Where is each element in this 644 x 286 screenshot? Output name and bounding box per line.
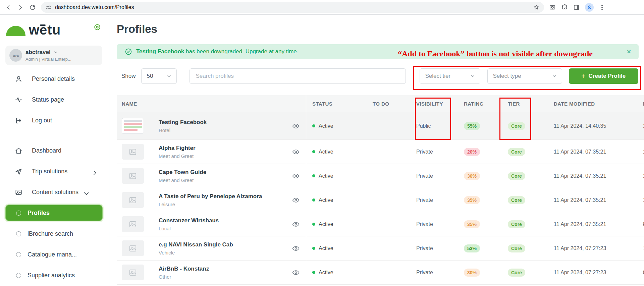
site-settings-icon[interactable] bbox=[46, 4, 52, 10]
bookmark-star-icon[interactable] bbox=[533, 4, 539, 10]
sidebar-item-ibrochure-search[interactable]: iBrochure search bbox=[0, 223, 109, 244]
clipped-cell: 1 bbox=[637, 245, 644, 251]
preview-eye-icon[interactable] bbox=[292, 220, 300, 228]
table-row[interactable]: Constanzer Wirtshaus Local Active Privat… bbox=[117, 212, 644, 236]
chevron-down-icon bbox=[470, 73, 475, 79]
extensions-icon[interactable] bbox=[561, 4, 568, 11]
table-row[interactable]: Cape Town Guide Meet and Greet Active Pr… bbox=[117, 164, 644, 188]
table-row[interactable]: Alpha Fighter Meet and Greet Active Priv… bbox=[117, 140, 644, 164]
date-modified: 11 Apr 2024, 07:35:21 bbox=[548, 197, 637, 203]
profile-type: Meet and Greet bbox=[159, 177, 206, 183]
visibility-value: Public bbox=[410, 123, 458, 129]
visibility-value: Private bbox=[410, 245, 458, 251]
table-row[interactable]: AirBnB - Konstanz Other Active Private 3… bbox=[117, 261, 644, 285]
activity-icon bbox=[15, 96, 22, 104]
side-panel-icon[interactable] bbox=[573, 4, 580, 11]
url-bar[interactable]: dashboard.dev.wetu.com/Profiles bbox=[41, 2, 544, 13]
column-header-status[interactable]: STATUS bbox=[306, 101, 367, 107]
close-icon[interactable]: × bbox=[627, 48, 631, 56]
rating-badge: 30% bbox=[464, 269, 480, 277]
column-header-rating[interactable]: RATING bbox=[458, 101, 502, 107]
menu-item-log-out[interactable]: Log out bbox=[0, 110, 109, 131]
preview-eye-icon[interactable] bbox=[292, 172, 300, 180]
profile-type: Other bbox=[159, 274, 209, 280]
status-dot bbox=[312, 271, 315, 274]
status-text: Active bbox=[319, 197, 333, 203]
menu-item-personal-details[interactable]: Personal details bbox=[0, 68, 109, 89]
circle-icon bbox=[16, 252, 21, 257]
chevron-down-icon bbox=[166, 73, 172, 79]
preview-eye-icon[interactable] bbox=[292, 122, 300, 130]
sidebar-item-supplier-analytics[interactable]: Supplier analytics bbox=[0, 265, 109, 286]
image-placeholder-icon bbox=[128, 172, 137, 180]
banner-text: Testing Facebook has been downgraded. Up… bbox=[136, 48, 299, 55]
status-dot bbox=[312, 124, 315, 127]
sidebar-collapse-icon[interactable] bbox=[94, 23, 101, 32]
tier-badge: Core bbox=[508, 244, 525, 252]
account-avatar: ava bbox=[9, 49, 22, 62]
create-profile-button[interactable]: + Create Profile bbox=[569, 68, 638, 84]
table-row[interactable]: e.g NAVI Nissan Single Cab Vehicle Activ… bbox=[117, 236, 644, 261]
account-card[interactable]: ava abctravel Admin | Virtual Enterp... bbox=[5, 46, 102, 65]
tier-badge: Core bbox=[508, 122, 525, 130]
sidebar-item-dashboard[interactable]: Dashboard bbox=[0, 140, 109, 161]
sidebar-item-trip-solutions[interactable]: Trip solutions bbox=[0, 161, 109, 182]
thumbnail-placeholder bbox=[122, 144, 144, 160]
thumbnail-placeholder bbox=[122, 240, 144, 256]
preview-eye-icon[interactable] bbox=[292, 196, 300, 204]
date-modified: 11 Apr 2024, 07:35:21 bbox=[548, 149, 637, 155]
logout-icon bbox=[15, 117, 22, 124]
preview-eye-icon[interactable] bbox=[292, 269, 300, 277]
forward-button[interactable] bbox=[17, 4, 24, 11]
status-text: Active bbox=[319, 173, 333, 179]
type-select[interactable]: Select type bbox=[487, 68, 562, 84]
status-dot bbox=[312, 247, 315, 250]
profile-type: Local bbox=[159, 226, 219, 231]
sidebar-item-catalogue-management[interactable]: Catalogue mana... bbox=[0, 244, 109, 265]
profile-type: Leisure bbox=[159, 202, 262, 207]
browser-profile-avatar[interactable] bbox=[585, 3, 594, 12]
sidebar-item-profiles[interactable]: Profiles bbox=[5, 205, 103, 221]
back-button[interactable] bbox=[5, 4, 12, 11]
profile-name: Testing Facebook bbox=[159, 119, 207, 126]
column-header-todo[interactable]: TO DO bbox=[367, 101, 410, 107]
reload-button[interactable] bbox=[29, 4, 36, 11]
visibility-value: Private bbox=[410, 149, 458, 155]
status-dot bbox=[312, 150, 315, 153]
column-header-date-modified[interactable]: DATE MODIFIED bbox=[548, 101, 637, 107]
clipped-cell: 8 bbox=[637, 270, 644, 276]
column-header-tier[interactable]: TIER bbox=[502, 101, 548, 107]
date-modified: 11 Apr 2024, 07:27:23 bbox=[548, 270, 637, 276]
profile-name: Constanzer Wirtshaus bbox=[159, 217, 219, 224]
clipped-cell: 1 bbox=[637, 197, 644, 203]
tier-select[interactable]: Select tier bbox=[420, 68, 480, 84]
preview-eye-icon[interactable] bbox=[292, 244, 300, 252]
profile-name: A Taste of Peru by Penelope Alzamora bbox=[159, 193, 262, 200]
chevron-down-icon bbox=[552, 73, 557, 79]
status-text: Active bbox=[319, 149, 333, 155]
clipped-cell: 1 bbox=[637, 123, 644, 129]
page-title: Profiles bbox=[117, 23, 644, 36]
column-header-name[interactable]: NAME bbox=[117, 95, 306, 112]
page-size-select[interactable]: 50 bbox=[141, 68, 177, 84]
circle-icon bbox=[16, 211, 21, 216]
visibility-value: Private bbox=[410, 173, 458, 179]
table-header: NAME STATUS TO DO VISIBILITY RATING TIER… bbox=[117, 95, 644, 112]
table-row[interactable]: Testing Facebook Hotel Active Public 55%… bbox=[117, 112, 644, 140]
browser-menu-icon[interactable] bbox=[598, 4, 606, 11]
status-text: Active bbox=[319, 123, 333, 129]
column-header-visibility[interactable]: VISIBILITY bbox=[410, 101, 458, 107]
table-row[interactable]: A Taste of Peru by Penelope Alzamora Lei… bbox=[117, 188, 644, 212]
screen-capture-icon[interactable] bbox=[549, 4, 556, 11]
menu-item-status-page[interactable]: Status page bbox=[0, 89, 109, 110]
rating-badge: 55% bbox=[464, 122, 480, 130]
search-input[interactable] bbox=[190, 68, 406, 84]
date-modified: 11 Apr 2024, 14:40:35 bbox=[548, 123, 637, 129]
column-header-clipped[interactable]: D bbox=[637, 101, 644, 107]
tier-badge: Core bbox=[508, 196, 525, 204]
tier-badge: Core bbox=[508, 269, 525, 277]
sidebar-item-content-solutions[interactable]: Content solutions bbox=[0, 182, 109, 203]
profiles-table: NAME STATUS TO DO VISIBILITY RATING TIER… bbox=[117, 95, 644, 285]
thumbnail-placeholder bbox=[122, 216, 144, 232]
preview-eye-icon[interactable] bbox=[292, 148, 300, 156]
